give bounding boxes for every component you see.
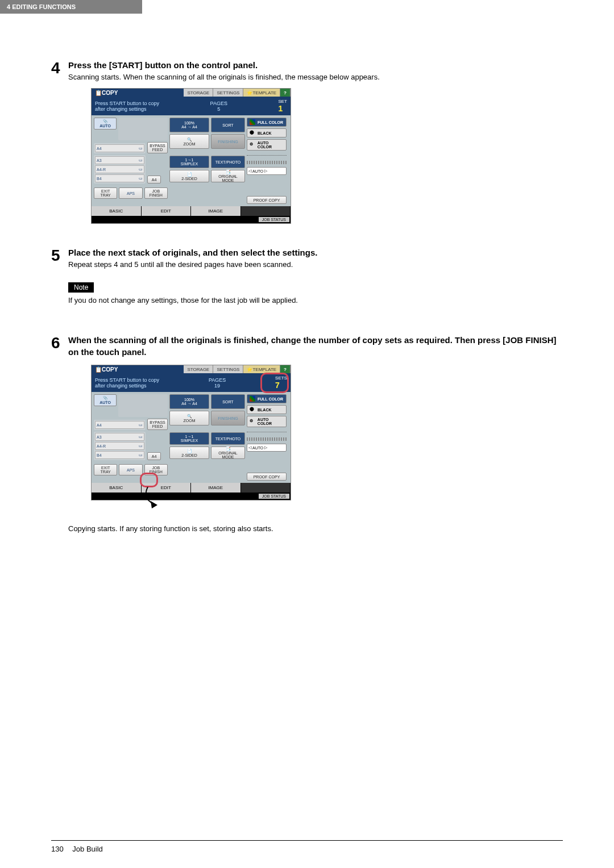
tab-template-label: TEMPLATE — [252, 90, 276, 95]
bottom-tab-image[interactable]: IMAGE — [191, 483, 241, 493]
footer-rule — [51, 840, 563, 841]
pages-indicator: PAGES 5 — [210, 101, 227, 112]
copier-panel-screenshot-1: 📋 COPY STORAGE SETTINGS ⭐TEMPLATE ? Pres… — [91, 88, 291, 224]
tray-a4[interactable]: A4▭ — [95, 144, 144, 152]
step-number: 6 — [51, 334, 68, 540]
black-button[interactable]: ⬤BLACK — [247, 128, 287, 137]
page-number: 130 — [51, 845, 64, 853]
step-heading: Place the next stack of originals, and t… — [68, 247, 563, 258]
arrow-icon — [139, 487, 168, 510]
tray-a4-small[interactable]: A4 — [147, 176, 161, 183]
step-4: 4 Press the [START] button on the contro… — [51, 59, 563, 224]
note-text: If you do not change any settings, those… — [68, 296, 563, 304]
bottom-tab-basic[interactable]: BASIC — [92, 483, 142, 493]
step-number: 5 — [51, 247, 68, 311]
original-mode-button[interactable]: 📑ORIGINAL MODE — [211, 446, 245, 459]
auto-color-button[interactable]: ⚙AUTO COLOR — [247, 416, 287, 427]
page-content: 4 Press the [START] button on the contro… — [0, 14, 614, 540]
tray-b4[interactable]: B4▭ — [95, 451, 144, 459]
proof-copy-button[interactable]: PROOF COPY — [247, 196, 287, 204]
zoom-display: 100% A4 → A4 — [169, 394, 209, 409]
tab-settings[interactable]: SETTINGS — [213, 365, 243, 373]
2sided-button[interactable]: 📄2-SIDED — [169, 446, 209, 459]
zoom-button[interactable]: 🔍ZOOM — [169, 411, 209, 425]
pages-indicator: PAGES 19 — [209, 377, 226, 389]
bottom-tab-edit[interactable]: EDIT — [142, 206, 192, 216]
tray-a4-small[interactable]: A4 — [147, 452, 161, 460]
finishing-button[interactable]: FINISHING — [211, 134, 245, 149]
auto-button[interactable]: 📎AUTO — [94, 118, 117, 130]
bottom-tab-basic[interactable]: BASIC — [92, 206, 142, 216]
step-heading: Press the [START] button on the control … — [68, 59, 563, 71]
density-scale — [247, 161, 287, 164]
tab-settings[interactable]: SETTINGS — [213, 89, 243, 97]
auto-button[interactable]: 📎AUTO — [94, 394, 117, 406]
step-6: 6 When the scanning of all the originals… — [51, 334, 563, 540]
simplex-display: 1→1 SIMPLEX — [169, 156, 209, 168]
aps-button[interactable]: APS — [119, 464, 142, 475]
tab-copy[interactable]: 📋 COPY — [92, 365, 184, 373]
status-message: Press START button to copy after changin… — [95, 101, 159, 112]
simplex-display: 1→1 SIMPLEX — [169, 432, 209, 445]
job-status-button[interactable]: JOB STATUS — [259, 494, 289, 499]
paper-preview — [118, 118, 168, 140]
step-text: Scanning starts. When the scanning of al… — [68, 73, 563, 81]
original-mode-button[interactable]: 📑ORIGINAL MODE — [211, 170, 245, 182]
section-header: 4 EDITING FUNCTIONS — [0, 0, 142, 14]
highlight-job-finish — [140, 473, 158, 487]
sort-display: SORT — [211, 394, 245, 409]
black-button[interactable]: ⬤BLACK — [247, 405, 287, 414]
2sided-button[interactable]: 📄2-SIDED — [169, 170, 209, 182]
tray-b4[interactable]: B4▭ — [95, 174, 144, 182]
step-heading: When the scanning of all the originals i… — [68, 334, 563, 358]
tab-template[interactable]: ⭐TEMPLATE — [243, 89, 280, 97]
tray-a4[interactable]: A4▭ — [95, 421, 144, 429]
zoom-button[interactable]: 🔍ZOOM — [169, 134, 209, 149]
bypass-feed-button[interactable]: BYPASS FEED — [147, 419, 168, 430]
bypass-feed-button[interactable]: BYPASS FEED — [147, 142, 168, 153]
svg-marker-0 — [151, 501, 157, 508]
step-after-text: Copying starts. If any storing function … — [68, 524, 563, 533]
auto-color-button[interactable]: ⚙AUTO COLOR — [247, 139, 287, 151]
job-status-button[interactable]: JOB STATUS — [259, 217, 289, 222]
status-message: Press START button to copy after changin… — [95, 377, 159, 389]
tab-template-label: TEMPLATE — [252, 367, 276, 372]
help-button[interactable]: ? — [280, 89, 291, 97]
density-auto[interactable]: ◁ AUTO ▷ — [247, 167, 287, 175]
density-auto[interactable]: ◁ AUTO ▷ — [247, 444, 287, 452]
proof-copy-button[interactable]: PROOF COPY — [247, 473, 287, 481]
step-text: Repeat steps 4 and 5 until all the desir… — [68, 260, 563, 269]
job-finish-button[interactable]: JOB FINISH — [144, 187, 168, 199]
page-footer: 130 Job Build — [51, 845, 103, 853]
tray-a3[interactable]: A3▭ — [95, 433, 144, 441]
step-5: 5 Place the next stack of originals, and… — [51, 247, 563, 311]
aps-button[interactable]: APS — [119, 187, 142, 199]
tab-storage[interactable]: STORAGE — [184, 365, 213, 373]
sort-display: SORT — [211, 118, 245, 132]
note-label: Note — [68, 282, 94, 293]
tray-a4r[interactable]: A4-R▭ — [95, 442, 144, 450]
full-color-button[interactable]: FULL COLOR — [247, 118, 287, 127]
tab-copy-label: COPY — [102, 366, 118, 373]
bottom-tab-empty — [241, 206, 291, 216]
tab-template[interactable]: ⭐TEMPLATE — [243, 365, 280, 373]
full-color-button[interactable]: FULL COLOR — [247, 394, 287, 403]
textphoto-display: TEXT/PHOTO — [211, 432, 245, 445]
density-scale — [247, 437, 287, 441]
bottom-tab-image[interactable]: IMAGE — [191, 206, 241, 216]
step-number: 4 — [51, 59, 68, 224]
textphoto-display: TEXT/PHOTO — [211, 156, 245, 168]
zoom-display: 100% A4 → A4 — [169, 118, 209, 132]
tab-copy-label: COPY — [102, 90, 118, 96]
tray-a3[interactable]: A3▭ — [95, 156, 144, 164]
paper-preview — [118, 394, 168, 417]
finishing-button[interactable]: FINISHING — [211, 411, 245, 425]
exit-tray-button[interactable]: EXIT TRAY — [94, 187, 117, 199]
exit-tray-button[interactable]: EXIT TRAY — [94, 464, 117, 475]
set-indicator: SET 1 — [278, 99, 287, 113]
tab-storage[interactable]: STORAGE — [184, 89, 213, 97]
help-button[interactable]: ? — [280, 365, 291, 373]
highlight-sets — [260, 373, 289, 393]
tray-a4r[interactable]: A4-R▭ — [95, 165, 144, 173]
tab-copy[interactable]: 📋 COPY — [92, 89, 184, 97]
